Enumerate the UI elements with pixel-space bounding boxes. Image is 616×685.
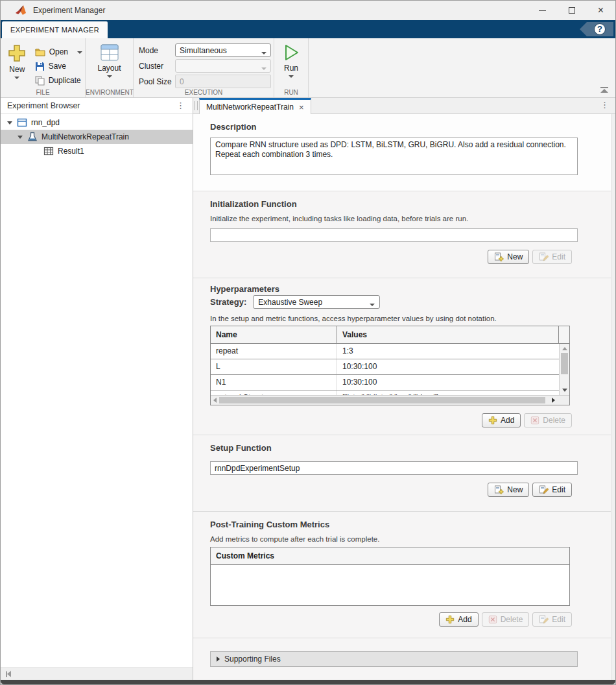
duplicate-button[interactable]: Duplicate: [32, 73, 85, 88]
close-button[interactable]: ×: [586, 1, 615, 20]
delete-x-icon: [488, 615, 497, 624]
help-button[interactable]: ?: [580, 22, 613, 36]
toolstrip: New Open: [1, 38, 615, 98]
scrollbar-thumb[interactable]: [219, 397, 545, 403]
tab-multinetworkrepeattrain[interactable]: MultiNetworkRepeatTrain ×: [199, 98, 311, 114]
maximize-button[interactable]: [557, 1, 586, 20]
chevron-down-icon: [107, 75, 112, 78]
metrics-add-label: Add: [458, 615, 471, 624]
hyperparameters-section: Hyperparameters Strategy: Exhaustive Swe…: [193, 278, 611, 435]
metrics-edit-label: Edit: [552, 615, 565, 624]
execution-group: Mode Simultaneous Cluster Pool Size 0: [134, 38, 274, 97]
save-button[interactable]: Save: [32, 59, 85, 73]
hyper-add-button[interactable]: Add: [482, 413, 521, 427]
description-title: Description: [210, 114, 611, 132]
scroll-down-icon[interactable]: [562, 389, 567, 392]
minimize-button[interactable]: [528, 1, 557, 20]
column-header-name: Name: [211, 326, 337, 343]
metrics-hint: Add metrics to compute after each trial …: [210, 535, 611, 543]
app-window: Experiment Manager × EXPERIMENT MANAGER …: [0, 0, 616, 685]
edit-icon: [539, 615, 549, 625]
strategy-row: Strategy: Exhaustive Sweep: [210, 295, 611, 309]
file-group-label: FILE: [1, 89, 85, 96]
scrollbar-thumb[interactable]: [561, 353, 568, 374]
supporting-files-label: Supporting Files: [224, 655, 281, 664]
help-icon: ?: [594, 23, 606, 35]
new-plus-icon: [7, 43, 27, 63]
chevron-expanded-icon[interactable]: [18, 136, 23, 139]
tree-item-result[interactable]: Result1: [1, 144, 193, 158]
metrics-add-button[interactable]: Add: [439, 612, 478, 627]
init-new-button[interactable]: New: [488, 250, 529, 264]
new-function-icon: [494, 485, 504, 495]
open-folder-icon: [35, 47, 45, 56]
chevron-expanded-icon[interactable]: [7, 121, 12, 125]
setup-buttons: New Edit: [210, 483, 611, 497]
horizontal-scrollbar[interactable]: [211, 395, 569, 405]
run-label: Run: [284, 64, 298, 73]
tab-experiment-manager[interactable]: EXPERIMENT MANAGER: [2, 21, 108, 38]
scroll-right-icon[interactable]: [552, 398, 555, 403]
metrics-title: Post-Training Custom Metrics: [210, 512, 611, 529]
chevron-down-icon: [289, 75, 294, 78]
initialization-input[interactable]: [210, 228, 578, 242]
mode-value: Simultaneous: [180, 46, 227, 55]
ribbon-tab-strip: EXPERIMENT MANAGER ?: [1, 20, 615, 38]
splitter-grip[interactable]: [194, 101, 198, 110]
layout-icon: [100, 43, 119, 62]
tab-close-icon[interactable]: ×: [299, 102, 304, 112]
table-row[interactable]: N1 10:30:100: [211, 375, 559, 391]
open-button[interactable]: Open: [32, 45, 85, 59]
description-textarea[interactable]: Compare RNN structure used as DPD: LSTM,…: [210, 138, 578, 175]
init-new-label: New: [507, 252, 523, 261]
mode-label: Mode: [139, 46, 172, 55]
table-row[interactable]: L 10:30:100: [211, 359, 559, 375]
strategy-dropdown[interactable]: Exhaustive Sweep: [253, 295, 380, 309]
chevron-down-icon: [370, 304, 375, 306]
description-section: Description Compare RNN structure used a…: [193, 114, 611, 191]
setup-function-input[interactable]: rnnDpdExperimentSetup: [210, 461, 578, 475]
chevron-down-icon: [261, 67, 267, 70]
table-row[interactable]: networkStructure ["lstm" "bilstm" "gru" …: [211, 391, 559, 395]
tree-item-project[interactable]: rnn_dpd: [1, 115, 193, 130]
scroll-left-icon[interactable]: [213, 398, 217, 403]
run-group: Run RUN: [274, 38, 309, 97]
table-row[interactable]: repeat 1:3: [211, 344, 559, 359]
setup-new-button[interactable]: New: [488, 483, 529, 497]
duplicate-label: Duplicate: [49, 76, 81, 85]
setup-new-label: New: [507, 485, 523, 494]
run-play-icon: [282, 43, 300, 62]
supporting-files-section: Supporting Files: [193, 638, 611, 680]
hyperparameters-hint: In the setup and metric functions, acces…: [210, 315, 611, 322]
strategy-label: Strategy:: [210, 297, 246, 307]
tab-options-icon[interactable]: ⋮: [600, 102, 609, 108]
pool-size-value: 0: [180, 77, 184, 86]
environment-group-label: ENVIRONMENT: [86, 89, 133, 96]
document-tabbar: MultiNetworkRepeatTrain × ⋮: [193, 98, 615, 114]
scroll-up-icon[interactable]: [562, 347, 567, 350]
metrics-section: Post-Training Custom Metrics Add metrics…: [193, 512, 611, 638]
browser-options-icon[interactable]: ⋮: [176, 102, 185, 109]
collapse-panel-button[interactable]: [6, 671, 11, 677]
layout-label: Layout: [97, 64, 121, 73]
initialization-buttons: New Edit: [210, 250, 611, 264]
tree-item-label: MultiNetworkRepeatTrain: [41, 132, 129, 141]
metrics-delete-label: Delete: [501, 615, 523, 624]
vertical-scrollbar[interactable]: [559, 344, 569, 395]
supporting-files-accordion[interactable]: Supporting Files: [210, 651, 578, 667]
collapse-ribbon-icon: [600, 87, 608, 88]
tree-item-label: rnn_dpd: [31, 118, 60, 127]
mode-dropdown[interactable]: Simultaneous: [175, 43, 271, 57]
save-icon: [35, 62, 45, 71]
window-title: Experiment Manager: [33, 6, 105, 15]
environment-group: Layout ENVIRONMENT: [86, 38, 134, 97]
custom-metrics-body[interactable]: [211, 565, 569, 605]
open-label: Open: [49, 47, 68, 56]
table-header-row: Name Values: [211, 326, 569, 344]
tree-item-experiment[interactable]: MultiNetworkRepeatTrain: [1, 130, 193, 144]
setup-edit-button[interactable]: Edit: [532, 483, 572, 497]
chevron-right-icon: [217, 656, 220, 662]
cluster-dropdown: [175, 59, 271, 73]
collapse-ribbon-button[interactable]: [600, 87, 609, 93]
document-scrollbar[interactable]: [611, 114, 615, 680]
